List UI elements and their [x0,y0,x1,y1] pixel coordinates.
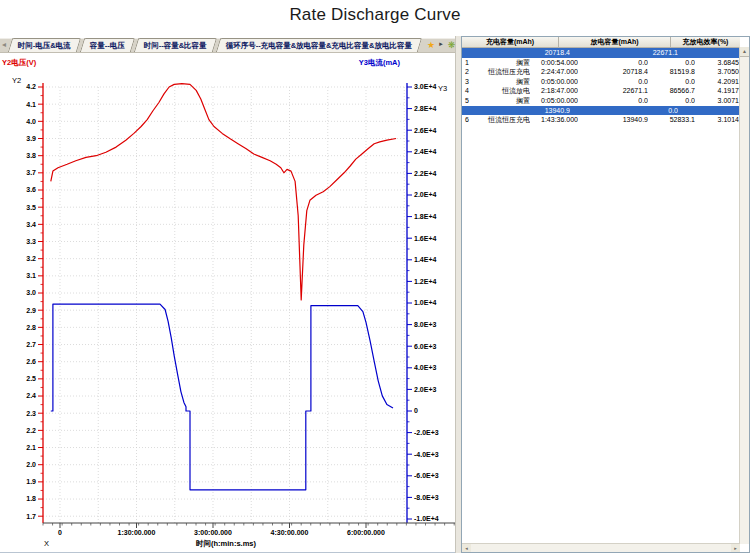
page-title: Rate Discharge Curve [0,5,750,25]
y2-tick-label: 2.6 [26,358,36,365]
x-axis-title: 时间(h:min:s.ms) [196,539,257,548]
scroll-left-icon[interactable]: ◂ [462,544,471,552]
y2-tick-label: 3.7 [26,169,36,176]
tab-label: 循环序号--充电容量&放电容量&充电比容量&放电比容量 [226,41,412,51]
y3-tick-label: 2.8E+4 [414,105,436,112]
y2-tick-label: 3.1 [26,272,36,279]
step-name: 恒流恒压充电 [476,67,530,77]
step-name: 搁置 [476,96,530,106]
step-index: 5 [462,96,476,106]
y3-tick-label: -8.0E+3 [414,494,439,501]
scroll-up-icon[interactable]: ▲ [740,47,749,57]
tab-cycle-capacities[interactable]: 循环序号--充电容量&放电容量&充电比容量&放电比容量 [216,38,423,52]
cycle-summary-row[interactable]: 13940.90.0 [462,106,740,116]
step-value-3: 3.6845 [695,58,739,68]
y2-tick-label: 2.1 [26,444,36,451]
step-value-1: 22671.1 [578,86,648,96]
step-time: 0:05:00.000 [530,77,578,87]
y3-tick-label: 2.0E+4 [414,191,436,198]
y2-tick-label: 3.5 [26,204,36,211]
step-index: 4 [462,86,476,96]
y2-tick-label: 3.3 [26,238,36,245]
y2-tick-label: 1.9 [26,478,36,485]
y2-axis-title: Y2电压(V) [2,58,37,67]
step-value-2: 86566.7 [648,86,695,96]
step-time: 2:18:47.000 [530,86,578,96]
y2-tick-label: 3.0 [26,289,36,296]
header-discharge-capacity[interactable]: 放电容量(mAh) [559,37,671,47]
step-row[interactable]: 2恒流恒压充电2:24:47.00020718.481519.83.7050 [462,67,740,77]
step-value-1: 0.0 [578,58,648,68]
step-row[interactable]: 6恒流恒压充电1:43:36.00013940.952833.13.1014 [462,115,740,125]
y2-tick-label: 4.0 [26,118,36,125]
y2-tick-label: 4.2 [26,83,36,90]
step-value-3: 4.1917 [695,86,739,96]
step-value-1: 20718.4 [578,67,648,77]
y3-tick-label: 2.6E+4 [414,127,436,134]
step-name: 恒流放电 [476,86,530,96]
tab-label: 容量--电压 [90,41,125,51]
chart-tab-bar: ◂ 时间-电压&电流 容量--电压 时间--容量&比容量 循环序号--充电容量&… [0,38,456,53]
x-tick-label: 6:00:00.000 [347,529,385,536]
vertical-scrollbar[interactable]: ▲ [739,47,749,544]
y3-tick-label: 3.0E+4 [414,83,436,90]
step-value-3: 4.2091 [695,77,739,87]
y3-tick-label: 0 [414,407,418,414]
table-header: 充电容量(mAh) 放电容量(mAh) 充放电效率(%) [462,37,740,48]
horizontal-scrollbar[interactable]: ◂ ▸ [462,543,740,552]
tab-scroll-left-icon[interactable]: ◂ [2,39,6,51]
tab-capacity-voltage[interactable]: 容量--电压 [80,38,135,52]
y2-tick-label: 3.8 [26,152,36,159]
y2-tick-label: 3.4 [26,221,36,228]
y3-tick-label: -2.0E+3 [414,429,439,436]
step-value-2: 52833.1 [648,115,695,125]
summary-discharge-capacity: 0.0 [570,106,678,116]
y3-axis-title: Y3电流(mA) [359,58,401,67]
step-row[interactable]: 5搁置0:05:00.0000.00.03.0071 [462,96,740,106]
summary-charge-capacity: 13940.9 [462,106,570,116]
step-value-1: 0.0 [578,96,648,106]
favorite-star-icon[interactable]: ★ [427,39,435,51]
y3-tick-label: 1.6E+4 [414,235,436,242]
y3-tick-label: 8.0E+3 [414,321,436,328]
y2-tick-label: 4.1 [26,101,36,108]
scroll-right-icon[interactable]: ▸ [731,544,740,552]
step-row[interactable]: 4恒流放电2:18:47.00022671.186566.74.1917 [462,86,740,96]
header-charge-capacity[interactable]: 充电容量(mAh) [462,37,559,47]
current-curve [51,304,393,490]
cycle-summary-row[interactable]: 20718.422671.1 [462,48,740,58]
step-value-2: 0.0 [648,77,695,87]
step-name: 恒流恒压充电 [476,115,530,125]
step-row[interactable]: 3搁置0:05:00.0000.00.04.2091 [462,77,740,87]
step-data-panel: 充电容量(mAh) 放电容量(mAh) 充放电效率(%) 20718.42267… [461,36,750,553]
y2-tick-label: 1.7 [26,513,36,520]
voltage-curve [51,84,396,300]
x-tick-label: 0 [58,529,62,536]
summary-discharge-capacity: 22671.1 [570,48,678,58]
tab-scroll-right-icon[interactable]: ▸ [439,38,443,50]
y3-tick-label: 1.8E+4 [414,213,436,220]
step-value-2: 81519.8 [648,67,695,77]
y2-tick-label: 3.2 [26,255,36,262]
step-index: 6 [462,115,476,125]
discharge-chart: 4.24.14.03.93.83.73.63.53.43.33.23.13.02… [0,54,460,559]
tab-time-capacity[interactable]: 时间--容量&比容量 [134,38,217,52]
tab-label: 时间--容量&比容量 [144,41,207,51]
step-value-3: 3.7050 [695,67,739,77]
header-efficiency[interactable]: 充放电效率(%) [671,37,740,47]
y3-axis-name: Y3 [438,84,447,93]
y3-tick-label: -4.0E+3 [414,451,439,458]
step-row[interactable]: 1搁置0:00:54.0000.00.03.6845 [462,58,740,68]
table-rows: 20718.422671.11搁置0:00:54.0000.00.03.6845… [462,48,740,125]
y3-tick-label: 2.4E+4 [414,148,436,155]
step-value-1: 13940.9 [578,115,648,125]
chart-bottom-border [0,552,456,553]
step-time: 0:05:00.000 [530,96,578,106]
step-index: 1 [462,58,476,68]
step-value-1: 0.0 [578,77,648,87]
y2-tick-label: 2.7 [26,341,36,348]
step-value-2: 0.0 [648,96,695,106]
battery-test-app: { "window": { "title": "Rate Discharge C… [0,0,750,559]
tab-time-voltage-current[interactable]: 时间-电压&电流 [8,38,81,52]
y2-tick-label: 2.2 [26,427,36,434]
